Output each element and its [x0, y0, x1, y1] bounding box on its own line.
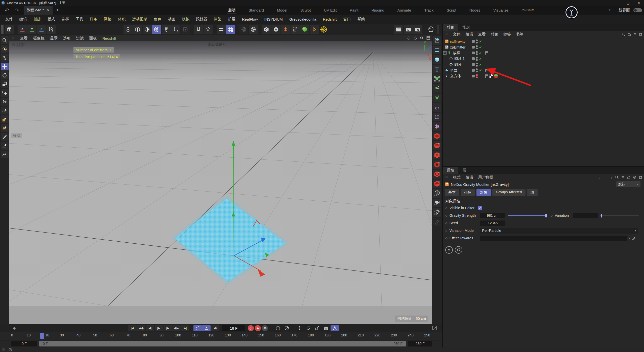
snap-magnet-icon[interactable] [194, 25, 203, 34]
am-forward-icon[interactable]: → [605, 175, 608, 180]
timeline-ramp-icon[interactable] [430, 325, 438, 331]
vp-menu-filter[interactable]: 过滤 [73, 36, 87, 41]
viewport-filter-icon[interactable] [1, 36, 9, 44]
reset-icon[interactable] [455, 246, 462, 254]
rs-spot-light-icon[interactable] [433, 151, 441, 159]
enabled-check-icon[interactable]: ✓ [479, 51, 482, 55]
phong-tag-icon[interactable] [485, 74, 488, 78]
am-search-icon[interactable] [615, 175, 619, 179]
menu-spline[interactable]: 样条 [87, 17, 101, 22]
spline-smooth-tool[interactable] [1, 107, 9, 114]
am-menu-userdata[interactable]: 用户数据 [476, 175, 496, 180]
menu-extensions[interactable]: 扩展 [225, 17, 239, 22]
am-menu-mode[interactable]: 模式 [451, 175, 463, 180]
section-tab-groups-affected[interactable]: Groups Affected [492, 189, 526, 196]
cube-pen-tool[interactable] [1, 124, 9, 132]
layout-tab-visualize[interactable]: Visualize [487, 6, 515, 15]
vp-pan-icon[interactable] [406, 36, 411, 40]
object-row-cube[interactable]: 立方体 . [443, 73, 644, 79]
visibility-dots[interactable] [476, 63, 478, 67]
menu-create[interactable]: 创建 [30, 17, 44, 22]
line-pen-tool[interactable] [1, 142, 9, 150]
object-row-circle[interactable]: 圆环 ✓ [443, 62, 644, 67]
timeline-playhead[interactable] [40, 333, 44, 339]
layout-tab-standard[interactable]: Standard [242, 6, 270, 15]
coordinate-system-icon[interactable] [47, 25, 56, 34]
render-to-viewer-button[interactable] [404, 25, 413, 34]
menu-redshift[interactable]: Redshift [319, 17, 340, 21]
simulation-gear-icon[interactable] [433, 94, 441, 102]
vp-menu-options[interactable]: 选项 [60, 36, 73, 41]
st-camera-icon[interactable]: ST [433, 199, 441, 207]
timeline-ruler[interactable]: 0 10 30 40 50 60 70 80 90 100 110 120 13… [0, 332, 442, 340]
texture-mode-button[interactable] [181, 25, 190, 34]
sketch-tool[interactable] [1, 151, 9, 158]
object-row-xpemitter[interactable]: xpEmitter ✓ [443, 44, 644, 50]
rs-camera-icon[interactable] [433, 160, 441, 169]
motext-icon[interactable] [433, 65, 441, 73]
vp-zoom-icon[interactable] [419, 36, 424, 40]
volume-builder-icon[interactable] [433, 84, 441, 93]
tab-layers[interactable]: 层 [458, 167, 470, 174]
variation-mode-dropdown[interactable]: Per-Particle ▾ [480, 228, 638, 234]
object-row-plane[interactable]: 平面 ✓ [443, 67, 644, 73]
toolbar-grip-right[interactable] [437, 25, 439, 34]
vp-menu-camera[interactable]: 摄像机 [30, 36, 47, 41]
menu-tools[interactable]: 工具 [72, 17, 87, 22]
keyframe-mode-button[interactable]: A [202, 325, 211, 331]
texture-tag-icon[interactable] [494, 74, 498, 78]
render-settings-circle-icon[interactable] [249, 25, 258, 34]
undo-icon[interactable]: ↶ [4, 7, 10, 13]
menu-volume[interactable]: 体积 [115, 17, 129, 22]
rs-proxy-icon[interactable] [433, 170, 441, 179]
layer-square[interactable] [472, 40, 475, 43]
visibility-dots-hidden[interactable] [476, 74, 478, 78]
layout-tab-model[interactable]: Model [270, 6, 294, 15]
multi-move-tool[interactable] [1, 98, 9, 106]
om-home-icon[interactable] [627, 32, 631, 36]
toolbar-grip[interactable] [1, 25, 4, 34]
tweak-tool[interactable] [1, 54, 9, 62]
chevron-down-icon[interactable]: ▾ [629, 237, 630, 240]
project-icon[interactable] [5, 25, 14, 34]
move-tool[interactable] [1, 63, 9, 70]
rs-dome-light-icon[interactable] [433, 132, 441, 140]
current-frame-display[interactable]: 18 F [222, 325, 245, 331]
enabled-check-icon[interactable]: ✓ [479, 63, 482, 67]
autokey-button[interactable]: A [255, 325, 261, 331]
grid-lock-icon[interactable] [226, 25, 235, 34]
rotate-tool[interactable] [1, 71, 9, 79]
layer-square[interactable] [472, 63, 475, 66]
enabled-check-icon[interactable]: ✓ [479, 39, 482, 43]
record-scale-filter[interactable] [313, 325, 321, 331]
menu-greyscalegorilla[interactable]: Greyscalegorilla [286, 17, 320, 21]
vp-menu-redshift[interactable]: Redshift [100, 36, 119, 40]
go-to-end-button[interactable]: ▶| [181, 325, 189, 331]
keyframe-diamond-icon[interactable]: ◆ [10, 325, 18, 331]
menu-simulate[interactable]: 模拟 [179, 17, 193, 22]
pencil-icon[interactable] [632, 236, 635, 240]
variation-slider[interactable] [600, 215, 639, 216]
layer-square[interactable] [472, 75, 475, 77]
spline-rectangle-icon[interactable] [433, 46, 441, 54]
menu-mesh[interactable]: 网格 [101, 17, 115, 22]
redo-icon[interactable]: ↷ [14, 7, 20, 13]
new-layout-icon[interactable]: + [608, 7, 611, 13]
target-plugin-icon[interactable] [319, 25, 328, 34]
am-lock-icon[interactable] [627, 175, 630, 179]
vp-menu-display[interactable]: 显示 [47, 36, 60, 41]
am-menu-edit[interactable]: 编辑 [463, 175, 476, 180]
axis-mode-button[interactable] [162, 25, 171, 34]
mograph-cloner-icon[interactable] [433, 74, 441, 83]
phong-tag-icon[interactable] [485, 51, 488, 55]
object-row-loft[interactable]: − 放样 ✓ [443, 50, 644, 56]
menu-file[interactable]: 文件 [2, 17, 16, 22]
layout-tab-track[interactable]: Track [418, 6, 440, 15]
layout-tab-redshift[interactable]: Redshift [515, 6, 540, 15]
insydium-drop-icon[interactable] [281, 25, 290, 34]
menu-mode[interactable]: 模式 [44, 17, 58, 22]
help-icon[interactable]: ? [445, 246, 453, 254]
deformer-bend-icon[interactable] [433, 103, 441, 112]
rectangle-pen-tool[interactable] [1, 115, 9, 123]
transform-tool[interactable] [1, 89, 9, 97]
